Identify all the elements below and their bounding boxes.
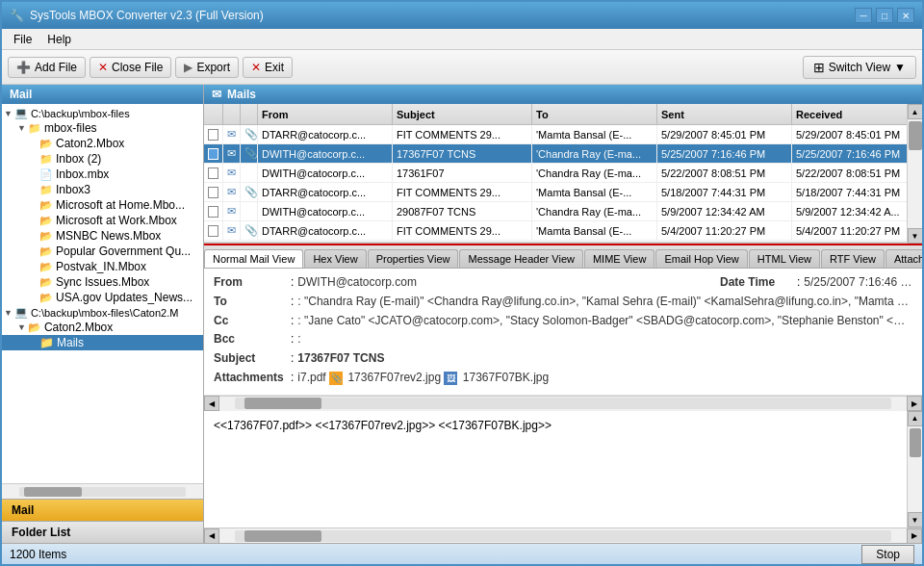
row-received: 5/22/2007 8:08:51 PM (792, 164, 907, 182)
app-icon: 🔧 (10, 9, 24, 22)
menu-help[interactable]: Help (39, 31, 79, 48)
email-body-vscrollbar[interactable]: ▲ ▼ (907, 411, 922, 527)
scroll-left-arrow[interactable]: ◀ (204, 396, 219, 411)
sidebar-item-caton2[interactable]: ▶ 📂 Caton2.Mbox (2, 136, 203, 151)
sidebar-item-sync[interactable]: ▶ 📂 Sync Issues.Mbox (2, 274, 203, 290)
scroll-down-arrow[interactable]: ▼ (908, 228, 923, 244)
email-row[interactable]: ✉ 📎 DTARR@catocorp.c... FIT COMMENTS 29.… (204, 221, 907, 241)
sidebar-item-usa[interactable]: ▶ 📂 USA.gov Updates_News... (2, 290, 203, 305)
email-list-vscrollbar[interactable]: ▲ ▼ (907, 104, 922, 244)
scroll-left-arrow[interactable]: ◀ (204, 528, 219, 544)
email-row[interactable]: ✉ 📎 DWITH@catocorp.c... 17367F07 TCNS 'C… (204, 144, 907, 164)
expand-icon: ▼ (4, 109, 13, 118)
jpg1-icon: 🖼 (444, 372, 457, 385)
from-colon: : (291, 274, 294, 291)
stop-button[interactable]: Stop (861, 545, 914, 564)
attachments-label: Attachments (214, 370, 291, 386)
email-row[interactable]: ✉ 📎 DTARR@catocorp.c... FIT COMMENTS 29.… (204, 125, 907, 144)
sidebar-item-mbox-files[interactable]: ▼ 📁 mbox-files (2, 120, 203, 136)
tab-rtf-view[interactable]: RTF View (821, 249, 885, 268)
detail-hscrollbar[interactable]: ◀ ▶ (204, 396, 922, 411)
sidebar-title: Mail (10, 88, 32, 101)
sidebar-horizontal-scrollbar[interactable] (2, 483, 203, 499)
tab-message-header-view[interactable]: Message Header View (459, 249, 582, 268)
sidebar-item-mails[interactable]: ▶ 📁 Mails (2, 335, 203, 350)
sidebar-item-inbox2[interactable]: ▶ 📁 Inbox (2) (2, 151, 203, 167)
sidebar-item-label: MSNBC News.Mbox (56, 229, 161, 243)
content-header-icon: ✉ (212, 88, 221, 101)
datetime-value: 5/25/2007 7:16:46 PM (804, 274, 912, 291)
sidebar-tree[interactable]: ▼ 💻 C:\backup\mbox-files ▼ 📁 mbox-files … (2, 104, 203, 483)
tab-attachments[interactable]: Attachments (886, 249, 922, 268)
sidebar-item-root1[interactable]: ▼ 💻 C:\backup\mbox-files (2, 106, 203, 120)
export-button[interactable]: ▶ Export (175, 57, 239, 78)
sidebar-item-postvak[interactable]: ▶ 📂 Postvak_IN.Mbox (2, 259, 203, 274)
col-header-from[interactable]: From (258, 104, 393, 124)
h-scrollbar-track[interactable] (235, 398, 891, 409)
attachments-value: i7.pdf 📎 17367F07rev2.jpg 🖼 17367F07BK.j… (297, 370, 912, 386)
col-header-to[interactable]: To (532, 104, 657, 124)
scroll-thumb[interactable] (909, 121, 922, 150)
close-button[interactable]: ✕ (897, 8, 914, 23)
bottom-hscrollbar[interactable]: ◀ ▶ (204, 527, 922, 543)
bcc-row: Bcc : : (214, 331, 912, 347)
h-scrollbar-track[interactable] (235, 530, 891, 542)
scroll-up-arrow[interactable]: ▲ (908, 104, 923, 119)
tab-email-hop-view[interactable]: Email Hop View (655, 249, 747, 268)
sidebar-item-caton2-root[interactable]: ▼ 📂 Caton2.Mbox (2, 320, 203, 335)
row-checkbox[interactable] (208, 206, 218, 218)
col-header-subject[interactable]: Subject (393, 104, 532, 124)
switch-view-icon: ⊞ (813, 60, 825, 75)
tab-normal-mail-view[interactable]: Normal Mail View (204, 249, 303, 269)
row-checkbox[interactable] (208, 129, 218, 141)
h-scrollbar-thumb[interactable] (244, 398, 321, 409)
sidebar-item-ms-home[interactable]: ▶ 📂 Microsoft at Home.Mbo... (2, 197, 203, 213)
scroll-thumb[interactable] (910, 428, 921, 457)
scroll-right-arrow[interactable]: ▶ (907, 528, 922, 544)
scroll-up-arrow[interactable]: ▲ (908, 411, 923, 426)
email-row[interactable]: ✉ 📎 DTARR@catocorp.c... FIT COMMENTS 29.… (204, 183, 907, 202)
row-checkbox[interactable] (208, 225, 218, 237)
attach-icon: 📎 (244, 224, 258, 237)
sidebar-item-msnbc[interactable]: ▶ 📂 MSNBC News.Mbox (2, 228, 203, 244)
subject-row: Subject : 17367F07 TCNS (214, 350, 912, 367)
subject-colon: : (291, 350, 294, 367)
expand-icon: ▼ (4, 308, 13, 318)
sidebar-item-inbox-mbx[interactable]: ▶ 📄 Inbox.mbx (2, 167, 203, 182)
sidebar-item-ms-work[interactable]: ▶ 📂 Microsoft at Work.Mbox (2, 213, 203, 228)
row-checkbox[interactable] (208, 148, 218, 160)
nav-mail-button[interactable]: Mail (2, 499, 203, 521)
email-row[interactable]: ✉ DWITH@catocorp.c... 17361F07 'Chandra … (204, 164, 907, 183)
row-to: 'Mamta Bansal (E-... (532, 183, 657, 201)
sidebar-item-inbox3[interactable]: ▶ 📁 Inbox3 (2, 182, 203, 197)
tab-mime-view[interactable]: MIME View (584, 249, 654, 268)
export-label: Export (196, 61, 230, 74)
close-file-button[interactable]: ✕ Close File (90, 57, 171, 78)
h-scrollbar-thumb[interactable] (244, 530, 321, 542)
add-file-button[interactable]: ➕ Add File (8, 57, 86, 78)
col-header-received[interactable]: Received (792, 104, 907, 124)
envelope-icon: ✉ (227, 167, 236, 179)
tab-hex-view[interactable]: Hex View (304, 249, 366, 268)
minimize-button[interactable]: ─ (855, 8, 872, 23)
row-checkbox[interactable] (208, 187, 218, 198)
col-header-sent[interactable]: Sent (657, 104, 792, 124)
scroll-down-arrow[interactable]: ▼ (908, 512, 923, 527)
nav-folder-button[interactable]: Folder List (2, 521, 203, 543)
email-row[interactable]: ✉ DWITH@catocorp.c... 29087F07 TCNS 'Cha… (204, 202, 907, 221)
tab-html-view[interactable]: HTML View (749, 249, 820, 268)
cc-label: Cc (214, 313, 291, 329)
exit-button[interactable]: ✕ Exit (243, 57, 293, 78)
email-body: <<17367F07.pdf>> <<17367F07rev2.jpg>> <<… (204, 411, 907, 527)
titlebar-left: 🔧 SysTools MBOX Converter v2.3 (Full Ver… (10, 9, 264, 22)
tab-properties-view[interactable]: Properties View (368, 249, 459, 268)
maximize-button[interactable]: □ (876, 8, 893, 23)
scroll-right-arrow[interactable]: ▶ (907, 396, 922, 411)
switch-view-button[interactable]: ⊞ Switch View ▼ (803, 56, 916, 79)
attach-icon: 📎 (244, 186, 258, 198)
row-checkbox[interactable] (208, 167, 218, 179)
sidebar-item-popular[interactable]: ▶ 📂 Popular Government Qu... (2, 244, 203, 259)
menu-file[interactable]: File (6, 31, 39, 48)
envelope-icon: ✉ (227, 224, 236, 237)
sidebar-item-root2[interactable]: ▼ 💻 C:\backup\mbox-files\Caton2.M (2, 305, 203, 320)
